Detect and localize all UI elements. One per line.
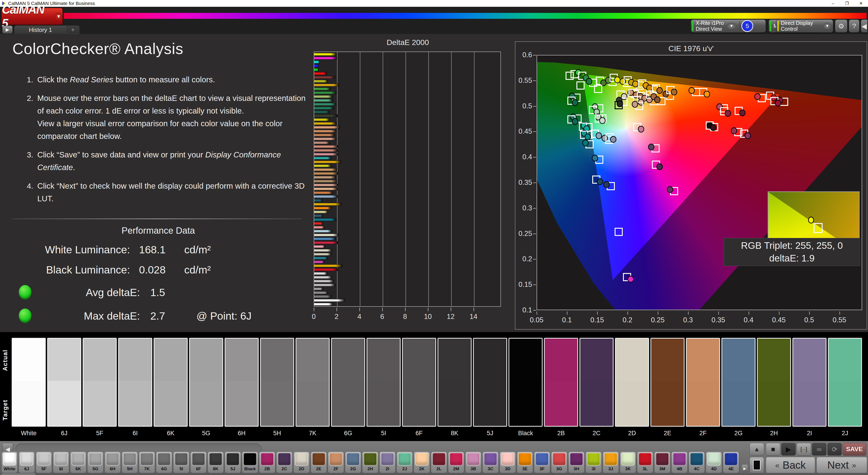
calman-logo-menu[interactable]: CalMAN 5 ▼ xyxy=(1,8,63,25)
swatch-scrollbar[interactable] xyxy=(0,473,868,475)
patch-button-3L[interactable]: 3L xyxy=(637,451,653,473)
minimize-icon[interactable]: – xyxy=(826,0,840,7)
deltae-bar-39[interactable] xyxy=(314,203,342,206)
deltae-bar-16[interactable] xyxy=(314,115,338,117)
deltae-bar-0[interactable] xyxy=(314,53,336,56)
deltae-bar-47[interactable] xyxy=(314,234,339,236)
patch-button-3K[interactable]: 3K xyxy=(620,451,636,473)
patch-button-7K[interactable]: 7K xyxy=(139,451,155,473)
deltae-bar-19[interactable] xyxy=(314,126,340,129)
comparator-swatch-2D[interactable] xyxy=(615,338,649,426)
help-button[interactable]: ? xyxy=(849,20,860,33)
measured-point-59[interactable] xyxy=(627,276,634,283)
back-button[interactable]: «Back xyxy=(766,457,815,473)
patch-button-4E[interactable]: 4E xyxy=(723,451,739,473)
patch-button-5H[interactable]: 5H xyxy=(122,451,138,473)
deltae-bar-26[interactable] xyxy=(314,153,338,156)
add-tab-button[interactable]: + xyxy=(67,26,79,34)
patch-button-5F[interactable]: 5F xyxy=(36,451,52,473)
tab-scroll-button[interactable]: ▶ xyxy=(2,26,13,34)
patch-button-2I[interactable]: 2I xyxy=(379,451,396,473)
comparator-swatch-White[interactable] xyxy=(12,338,46,426)
comparator-swatch-2B[interactable] xyxy=(544,338,578,426)
deltae-bar-17[interactable] xyxy=(314,118,330,121)
comparator-swatch-6K[interactable] xyxy=(154,338,188,426)
deltae-bar-45[interactable] xyxy=(314,226,324,229)
patch-button-2K[interactable]: 2K xyxy=(414,451,430,473)
read-series-button[interactable]: ▶ xyxy=(781,443,796,455)
measured-point-39[interactable] xyxy=(572,118,578,125)
pattern-up-button[interactable]: ▲ xyxy=(749,443,764,455)
next-button[interactable]: Next» xyxy=(816,457,867,473)
patch-button-2M[interactable]: 2M xyxy=(448,451,464,473)
comparator-swatch-5J[interactable] xyxy=(473,338,507,426)
comparator-swatch-2J[interactable] xyxy=(828,338,862,426)
patch-button-3B[interactable]: 3B xyxy=(465,451,482,473)
patch-button-2B[interactable]: 2B xyxy=(259,451,275,473)
continuous-read-button[interactable]: ∞ xyxy=(812,443,827,455)
deltae-bar-64[interactable] xyxy=(314,299,345,302)
patch-button-3E[interactable]: 3E xyxy=(517,451,533,473)
patch-button-3H[interactable]: 3H xyxy=(568,451,585,473)
deltae-bar-22[interactable] xyxy=(314,138,336,140)
patch-button-3D[interactable]: 3D xyxy=(500,451,516,473)
comparator-swatch-2E[interactable] xyxy=(651,338,684,426)
deltae-bar-62[interactable] xyxy=(314,291,328,294)
measured-point-52[interactable] xyxy=(592,155,598,161)
measured-point-37[interactable] xyxy=(572,99,578,106)
measured-point-58[interactable] xyxy=(667,186,673,193)
measured-point-22[interactable] xyxy=(731,127,737,134)
patch-button-6I[interactable]: 6I xyxy=(53,451,69,473)
save-button[interactable]: SAVE xyxy=(843,443,866,455)
patch-button-3J[interactable]: 3J xyxy=(602,451,619,473)
measured-point-51[interactable] xyxy=(610,136,616,143)
measured-point-32[interactable] xyxy=(632,101,638,108)
tab-history-1[interactable]: History 1 xyxy=(14,26,66,34)
comparator-swatch-2I[interactable] xyxy=(793,338,827,426)
comparator-swatch-2G[interactable] xyxy=(721,338,755,426)
patch-button-4C[interactable]: 4C xyxy=(688,451,705,473)
deltae-bar-5[interactable] xyxy=(314,72,327,75)
patch-button-3F[interactable]: 3F xyxy=(534,451,550,473)
measured-point-8[interactable] xyxy=(632,81,639,87)
deltae-bar-65[interactable] xyxy=(314,303,333,305)
deltae-bar-23[interactable] xyxy=(314,141,330,144)
deltae-bar-32[interactable] xyxy=(314,176,336,179)
deltae-bar-20[interactable] xyxy=(314,130,336,132)
patch-button-6K[interactable]: 6K xyxy=(70,451,86,473)
patch-button-2D[interactable]: 2D xyxy=(293,451,310,473)
patch-button-6J[interactable]: 6J xyxy=(19,451,35,473)
measured-point-61[interactable] xyxy=(710,124,717,131)
deltae-bar-48[interactable] xyxy=(314,237,336,240)
measured-point-35[interactable] xyxy=(617,100,623,107)
measured-point-47[interactable] xyxy=(585,133,591,140)
deltae-bar-59[interactable] xyxy=(314,280,334,283)
patch-button-4B[interactable]: 4B xyxy=(671,451,688,473)
patch-button-2L[interactable]: 2L xyxy=(431,451,447,473)
comparator-swatch-2C[interactable] xyxy=(580,338,614,426)
measured-point-49[interactable] xyxy=(596,132,602,139)
swatch-scrollbar-thumb[interactable] xyxy=(1,473,35,475)
deltae-bar-34[interactable] xyxy=(314,184,338,186)
measured-point-23[interactable] xyxy=(745,132,751,139)
deltae-bar-31[interactable] xyxy=(314,172,338,175)
comparator-swatch-5I[interactable] xyxy=(367,338,401,426)
deltae-bar-28[interactable] xyxy=(314,160,341,163)
measured-point-21[interactable] xyxy=(725,110,731,117)
patch-button-2F[interactable]: 2F xyxy=(328,451,344,473)
comparator-swatch-5F[interactable] xyxy=(83,338,117,426)
patch-button-6G[interactable]: 6G xyxy=(156,451,172,473)
measured-point-55[interactable] xyxy=(638,126,644,132)
measured-point-19[interactable] xyxy=(775,100,781,107)
comparator-swatch-6G[interactable] xyxy=(331,338,365,426)
deltae-bar-12[interactable] xyxy=(314,99,333,102)
patch-button-6H[interactable]: 6H xyxy=(104,451,121,473)
deltae-bar-27[interactable] xyxy=(314,157,331,159)
comparator-swatch-6H[interactable] xyxy=(225,338,258,426)
patch-button-4D[interactable]: 4D xyxy=(706,451,722,473)
deltae-bar-10[interactable] xyxy=(314,91,336,94)
deltae-bar-29[interactable] xyxy=(314,165,331,167)
comparator-swatch-5H[interactable] xyxy=(260,338,294,426)
patch-button-2G[interactable]: 2G xyxy=(345,451,361,473)
deltae-bar-44[interactable] xyxy=(314,222,323,225)
